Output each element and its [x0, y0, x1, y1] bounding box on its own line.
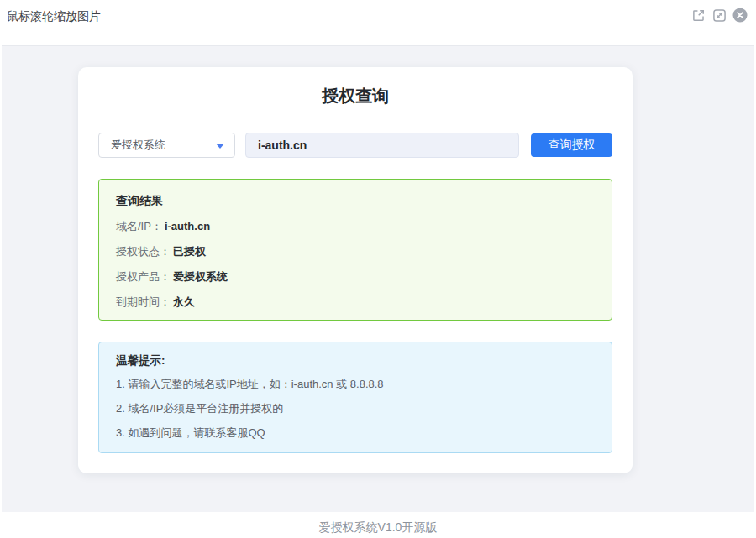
product-select[interactable]: 爱授权系统	[98, 133, 235, 158]
tip-item-3: 3. 如遇到问题，请联系客服QQ	[116, 423, 595, 442]
page-title: 授权查询	[98, 84, 612, 107]
result-label: 授权状态：	[116, 245, 171, 258]
tip-item-1: 1. 请输入完整的域名或IP地址，如：i-auth.cn 或 8.8.8.8	[116, 374, 595, 394]
chevron-down-icon	[216, 144, 224, 149]
query-form: 爱授权系统 查询授权	[98, 133, 612, 158]
result-value: 永久	[173, 295, 195, 308]
result-row-domain: 域名/IP：i-auth.cn	[116, 218, 595, 234]
result-value: i-auth.cn	[165, 220, 210, 232]
fullscreen-icon[interactable]	[711, 8, 727, 23]
close-icon[interactable]	[732, 8, 748, 23]
auth-query-card: 授权查询 爱授权系统 查询授权 查询结果 域名/IP：i-auth.cn 授权状…	[78, 67, 633, 473]
image-canvas[interactable]: 授权查询 爱授权系统 查询授权 查询结果 域名/IP：i-auth.cn 授权状…	[2, 45, 754, 512]
domain-input[interactable]	[245, 133, 519, 158]
image-viewer-window: 鼠标滚轮缩放图片	[0, 0, 756, 538]
result-row-product: 授权产品：爱授权系统	[116, 269, 595, 285]
result-row-status: 授权状态：已授权	[116, 243, 595, 259]
result-title: 查询结果	[116, 192, 595, 209]
result-row-expiry: 到期时间：永久	[116, 294, 595, 310]
result-label: 授权产品：	[116, 270, 171, 283]
footer-text: 爱授权系统V1.0开源版	[319, 520, 438, 534]
query-result-panel: 查询结果 域名/IP：i-auth.cn 授权状态：已授权 授权产品：爱授权系统…	[98, 179, 612, 321]
viewer-topbar: 鼠标滚轮缩放图片	[0, 0, 756, 45]
tips-panel: 温馨提示: 1. 请输入完整的域名或IP地址，如：i-auth.cn 或 8.8…	[98, 342, 612, 453]
result-label: 域名/IP：	[116, 220, 162, 232]
result-value: 爱授权系统	[173, 270, 228, 283]
viewer-toolbar	[690, 8, 749, 23]
tip-item-2: 2. 域名/IP必须是平台注册并授权的	[116, 399, 595, 418]
result-value: 已授权	[173, 245, 206, 258]
viewer-hint-text: 鼠标滚轮缩放图片	[7, 8, 101, 24]
query-auth-button[interactable]: 查询授权	[531, 133, 612, 157]
footer: 爱授权系统V1.0开源版	[0, 512, 756, 538]
tips-title: 温馨提示:	[116, 353, 595, 369]
product-select-value: 爱授权系统	[111, 138, 165, 153]
open-in-new-window-icon[interactable]	[690, 8, 706, 23]
result-label: 到期时间：	[116, 295, 171, 308]
